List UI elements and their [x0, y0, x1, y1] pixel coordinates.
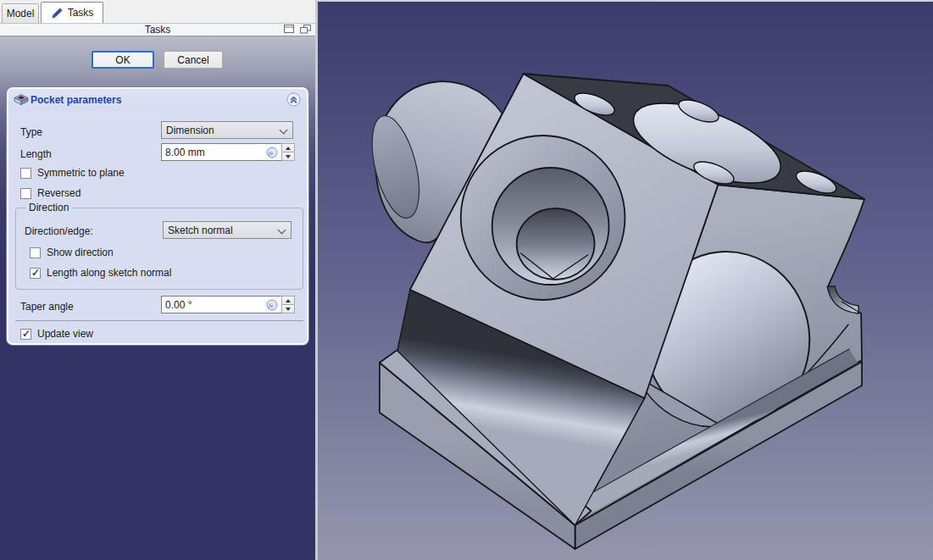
spin-down-icon[interactable] [281, 152, 295, 161]
type-combobox-value: Dimension [166, 125, 214, 136]
reversed-checkbox-label: Reversed [37, 187, 81, 199]
ok-button[interactable]: OK [92, 51, 154, 69]
spin-up-icon[interactable] [281, 296, 295, 305]
length-spinbox[interactable]: 8.00 mm fx [161, 143, 295, 161]
model-ring-inner [517, 208, 595, 280]
direction-edge-combobox[interactable]: Sketch normal [163, 221, 292, 239]
collapse-chevrons-icon[interactable] [286, 92, 301, 107]
chevron-down-icon [280, 126, 288, 135]
cancel-button[interactable]: Cancel [164, 51, 223, 69]
taper-angle-spinbox[interactable]: 0.00 ° fx [161, 296, 295, 313]
panel-tab-bar: Model Tasks [0, 0, 315, 23]
taper-angle-value: 0.00 ° [165, 299, 192, 311]
length-along-normal-row[interactable]: Length along sketch normal [30, 267, 171, 279]
length-along-normal-label: Length along sketch normal [47, 267, 171, 279]
task-panel: Model Tasks Tasks [0, 0, 315, 560]
pocket-icon [14, 92, 29, 108]
viewport-3d-model[interactable] [318, 2, 933, 560]
direction-edge-value: Sketch normal [168, 225, 233, 236]
update-view-row[interactable]: Update view [20, 328, 93, 340]
viewport-3d [318, 0, 933, 560]
length-along-normal-checkbox[interactable] [30, 268, 41, 279]
taper-spin-buttons[interactable] [281, 296, 295, 313]
show-direction-checkbox[interactable] [30, 247, 41, 258]
dock-icon[interactable] [284, 25, 296, 35]
reversed-checkbox[interactable] [20, 188, 31, 199]
type-label: Type [20, 126, 42, 138]
symmetric-checkbox-row[interactable]: Symmetric to plane [20, 167, 125, 179]
chevron-down-icon [278, 226, 286, 235]
show-direction-label: Show direction [47, 247, 114, 258]
length-value: 8.00 mm [165, 147, 205, 158]
update-view-label: Update view [37, 328, 93, 340]
spin-up-icon[interactable] [281, 143, 295, 152]
expression-fx-icon[interactable]: fx [266, 299, 278, 313]
tasks-dock-title: Tasks [0, 24, 315, 36]
float-icon[interactable] [300, 25, 312, 35]
tab-model-label: Model [7, 8, 35, 19]
taper-angle-label: Taper angle [20, 301, 74, 313]
pocket-panel-titlebar[interactable]: Pocket parameters [8, 89, 307, 110]
pocket-panel-title: Pocket parameters [31, 94, 121, 106]
tasks-dock-header: Tasks [0, 23, 315, 36]
direction-groupbox: Direction Direction/edge: Sketch normal … [15, 208, 303, 290]
show-direction-row[interactable]: Show direction [30, 247, 114, 258]
length-spin-buttons[interactable] [281, 143, 295, 161]
reversed-checkbox-row[interactable]: Reversed [20, 187, 81, 199]
svg-text:fx: fx [269, 302, 274, 309]
tasks-content: OK Cancel Pocket parameters [0, 36, 315, 560]
svg-text:fx: fx [269, 150, 274, 157]
direction-group-title: Direction [25, 202, 72, 213]
expression-fx-icon[interactable]: fx [266, 147, 278, 161]
update-view-checkbox[interactable] [20, 329, 31, 340]
freecad-window: Model Tasks Tasks [0, 0, 933, 560]
tab-model[interactable]: Model [2, 3, 39, 23]
length-label: Length [20, 148, 52, 160]
symmetric-checkbox[interactable] [20, 168, 31, 179]
pocket-parameters-panel: Pocket parameters Type Dimension Length [7, 87, 308, 345]
direction-edge-label: Direction/edge: [25, 225, 93, 237]
type-combobox[interactable]: Dimension [161, 121, 293, 139]
tab-tasks[interactable]: Tasks [41, 2, 103, 23]
tab-tasks-label: Tasks [68, 7, 94, 19]
divider [15, 320, 303, 321]
pen-icon [51, 7, 64, 19]
spin-down-icon[interactable] [281, 305, 295, 313]
symmetric-checkbox-label: Symmetric to plane [37, 167, 125, 179]
